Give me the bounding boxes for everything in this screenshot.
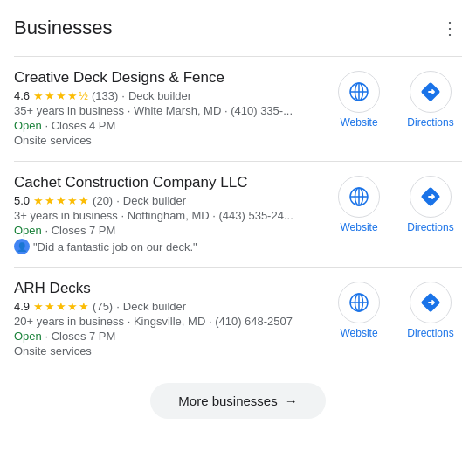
list-item: Creative Deck Designs & Fence 4.6 ★★★★½ …	[14, 56, 462, 161]
stars: ★★★★★	[33, 300, 89, 313]
star-full-icon: ★	[33, 300, 44, 313]
separator: ·	[121, 89, 125, 102]
business-actions: Website Directions	[328, 69, 462, 129]
page-title: Businesses	[14, 17, 113, 39]
list-item: ARH Decks 4.9 ★★★★★ (75) · Deck builder …	[14, 267, 462, 372]
list-item: Cachet Construction Company LLC 5.0 ★★★★…	[14, 161, 462, 267]
star-full-icon: ★	[67, 89, 78, 102]
directions-icon-circle	[410, 71, 452, 113]
directions-button[interactable]: Directions	[399, 71, 462, 129]
rating-row: 4.6 ★★★★½ (133) · Deck builder	[14, 89, 321, 102]
closes-time: · Closes 7 PM	[45, 224, 115, 237]
star-full-icon: ★	[33, 89, 44, 102]
directions-label: Directions	[407, 221, 453, 233]
business-actions: Website Directions	[328, 280, 462, 339]
directions-icon-circle	[410, 176, 452, 218]
business-actions: Website Directions	[328, 174, 462, 233]
business-detail: 20+ years in business · Kingsville, MD ·…	[14, 315, 321, 328]
star-full-icon: ★	[45, 300, 55, 313]
star-full-icon: ★	[56, 89, 66, 102]
directions-label: Directions	[407, 116, 453, 129]
business-info: Cachet Construction Company LLC 5.0 ★★★★…	[14, 174, 328, 254]
more-options-icon[interactable]: ⋮	[438, 14, 462, 42]
reviewer-avatar: 👤	[14, 239, 30, 254]
status-row: Open · Closes 4 PM	[14, 119, 321, 132]
directions-button[interactable]: Directions	[399, 176, 462, 233]
review-count: (133)	[92, 89, 118, 102]
website-icon-circle	[338, 282, 380, 323]
review-count: (20)	[93, 194, 113, 207]
rating-row: 5.0 ★★★★★ (20) · Deck builder	[14, 194, 321, 207]
review-row: 👤 "Did a fantastic job on our deck."	[14, 239, 321, 254]
open-status: Open	[14, 119, 42, 132]
more-businesses-arrow: →	[285, 393, 298, 408]
website-label: Website	[340, 221, 377, 233]
open-status: Open	[14, 224, 42, 237]
star-full-icon: ★	[45, 89, 55, 102]
website-button[interactable]: Website	[328, 282, 390, 339]
category: Deck builder	[128, 89, 191, 102]
header: Businesses ⋮	[14, 14, 462, 42]
website-icon-circle	[338, 176, 380, 218]
extra-info: Onsite services	[14, 344, 321, 358]
closes-time: · Closes 4 PM	[45, 119, 115, 132]
review-count: (75)	[93, 300, 113, 313]
open-status: Open	[14, 330, 42, 343]
extra-info: Onsite services	[14, 134, 321, 147]
rating-number: 4.9	[14, 300, 30, 313]
star-full-icon: ★	[79, 194, 89, 207]
rating-number: 4.6	[14, 89, 30, 102]
more-button-container: More businesses →	[14, 372, 462, 426]
business-name: Cachet Construction Company LLC	[14, 174, 321, 191]
category: Deck builder	[123, 300, 186, 313]
separator: ·	[116, 300, 120, 313]
rating-number: 5.0	[14, 194, 30, 207]
star-full-icon: ★	[45, 194, 55, 207]
website-label: Website	[340, 327, 377, 339]
separator: ·	[116, 194, 120, 207]
star-full-icon: ★	[67, 300, 78, 313]
stars: ★★★★½	[33, 89, 88, 102]
star-full-icon: ★	[67, 194, 78, 207]
website-button[interactable]: Website	[328, 176, 390, 233]
star-full-icon: ★	[56, 300, 66, 313]
business-info: ARH Decks 4.9 ★★★★★ (75) · Deck builder …	[14, 280, 328, 359]
businesses-list: Creative Deck Designs & Fence 4.6 ★★★★½ …	[14, 56, 462, 372]
business-detail: 3+ years in business · Nottingham, MD · …	[14, 209, 321, 222]
status-row: Open · Closes 7 PM	[14, 330, 321, 343]
category: Deck builder	[123, 194, 186, 207]
business-item: Cachet Construction Company LLC 5.0 ★★★★…	[14, 162, 462, 267]
closes-time: · Closes 7 PM	[45, 330, 115, 343]
business-item: ARH Decks 4.9 ★★★★★ (75) · Deck builder …	[14, 268, 462, 372]
more-businesses-label: More businesses	[178, 393, 277, 408]
stars: ★★★★★	[33, 194, 89, 207]
more-businesses-button[interactable]: More businesses →	[150, 383, 325, 419]
star-half-icon: ½	[79, 89, 88, 102]
directions-label: Directions	[407, 327, 453, 339]
business-detail: 35+ years in business · White Marsh, MD …	[14, 104, 321, 117]
website-button[interactable]: Website	[328, 71, 390, 129]
rating-row: 4.9 ★★★★★ (75) · Deck builder	[14, 300, 321, 313]
business-info: Creative Deck Designs & Fence 4.6 ★★★★½ …	[14, 69, 328, 149]
star-full-icon: ★	[56, 194, 66, 207]
website-label: Website	[340, 116, 377, 129]
review-text: "Did a fantastic job on our deck."	[33, 240, 197, 254]
star-full-icon: ★	[33, 194, 44, 207]
directions-button[interactable]: Directions	[399, 282, 462, 339]
business-item: Creative Deck Designs & Fence 4.6 ★★★★½ …	[14, 57, 462, 161]
directions-icon-circle	[410, 282, 452, 323]
status-row: Open · Closes 7 PM	[14, 224, 321, 237]
website-icon-circle	[338, 71, 380, 113]
star-full-icon: ★	[79, 300, 89, 313]
business-name: ARH Decks	[14, 280, 321, 297]
page-container: Businesses ⋮ Creative Deck Designs & Fen…	[0, 0, 476, 440]
business-name: Creative Deck Designs & Fence	[14, 69, 321, 87]
